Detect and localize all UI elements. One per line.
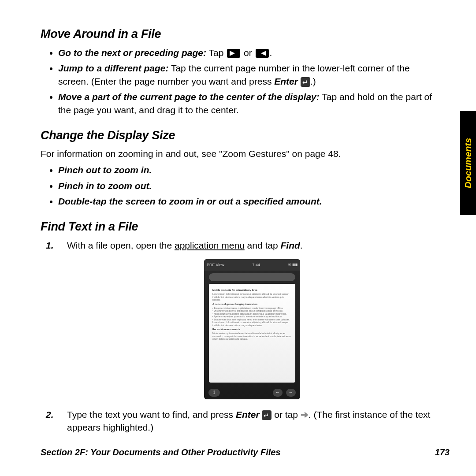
list-item: Move a part of the current page to the c… <box>58 90 437 116</box>
text: Tap <box>206 48 226 58</box>
clock: 7:44 <box>253 262 260 268</box>
prev-page-icon <box>256 49 269 58</box>
doc-heading: Recent Announcements <box>212 328 292 331</box>
list-item: Jump to a different page: Tap the curren… <box>58 62 437 88</box>
text: Pinch in to zoom out. <box>58 181 152 191</box>
find-text-steps: With a file open, open the application m… <box>41 239 437 434</box>
list-item: Go to the next or preceding page: Tap or… <box>58 46 437 59</box>
text: . <box>300 240 303 250</box>
intro-text: For information on zooming in and out, s… <box>41 148 437 160</box>
next-page-icon <box>227 49 240 58</box>
page-number-button[interactable]: 1 <box>208 389 220 397</box>
content: Move Around in a File Go to the next or … <box>41 27 437 439</box>
label: Go to the next or preceding page: <box>58 48 206 58</box>
enter-key-icon <box>262 410 271 420</box>
next-button[interactable]: → <box>286 389 296 397</box>
heading-move-around: Move Around in a File <box>41 27 437 41</box>
text: Double-tap the screen to zoom in or out … <box>58 196 322 206</box>
heading-display-size: Change the Display Size <box>41 129 437 142</box>
link-application-menu[interactable]: application menu <box>175 240 245 250</box>
screenshot-bottombar: 1 ← → <box>204 386 300 399</box>
side-tab-label: Documents <box>463 138 473 188</box>
display-size-list: Pinch out to zoom in. Pinch in to zoom o… <box>58 164 437 208</box>
label: Move a part of the current page to the c… <box>58 92 320 102</box>
text <box>298 76 301 86</box>
app-title: PDF View <box>207 262 224 268</box>
text: With a file open, open the <box>67 240 175 250</box>
text: and tap <box>245 240 281 250</box>
key-name: Enter <box>274 76 298 86</box>
text: Pinch out to zoom in. <box>58 165 152 175</box>
nav-buttons: ← → <box>273 389 296 397</box>
pdf-view-screenshot: PDF View 7:44 ✉ ▮▮▮ Mobile products for … <box>204 259 300 399</box>
enter-key-icon <box>301 77 310 87</box>
signal-icon: ✉ ▮▮▮ <box>288 262 298 267</box>
list-item: Double-tap the screen to zoom in or out … <box>58 195 437 208</box>
text: .) <box>310 76 316 86</box>
text: Type the text you want to find, and pres… <box>67 409 236 420</box>
label: Jump to a different page: <box>58 63 168 73</box>
step-2: Type the text you want to find, and pres… <box>67 408 437 434</box>
footer-section: Section 2F: Your Documents and Other Pro… <box>41 447 281 457</box>
screenshot-statusbar: PDF View 7:44 ✉ ▮▮▮ <box>204 259 300 271</box>
text: or tap <box>271 409 300 420</box>
document-preview: Mobile products for extraordinary lives … <box>209 284 295 383</box>
move-around-list: Go to the next or preceding page: Tap or… <box>58 46 437 116</box>
footer-page-number: 173 <box>435 447 450 457</box>
heading-find-text: Find Text in a File <box>41 220 437 234</box>
side-tab: Documents <box>460 111 476 215</box>
page: Documents Move Around in a File Go to th… <box>0 0 476 476</box>
list-item: Pinch out to zoom in. <box>58 164 437 176</box>
prev-button[interactable]: ← <box>273 389 283 397</box>
key-name: Enter <box>236 409 260 420</box>
command: Find <box>281 240 300 250</box>
text: or <box>241 48 254 58</box>
list-item: Pinch in to zoom out. <box>58 179 437 192</box>
search-bar[interactable] <box>209 273 295 281</box>
step-1: With a file open, open the application m… <box>67 239 437 399</box>
doc-heading: Mobile products for extraordinary lives <box>212 289 292 292</box>
doc-heading: A culture of game-changing innovation <box>212 303 292 306</box>
text: . <box>270 48 272 58</box>
find-next-icon: ➔ <box>301 409 309 420</box>
